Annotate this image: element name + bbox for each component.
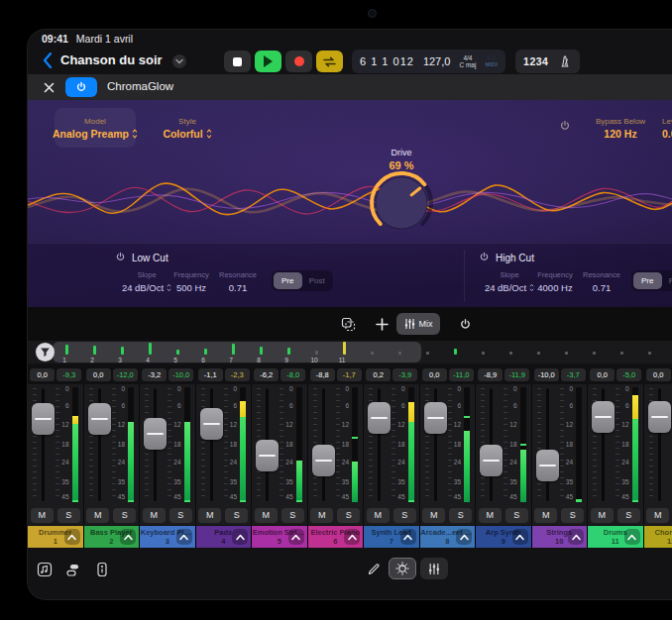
style-selector[interactable]: Style Colorful	[153, 108, 222, 148]
overview-slot[interactable]: 5	[168, 341, 196, 363]
count-in-button[interactable]: 1234	[523, 55, 548, 67]
volume-value[interactable]: 0,0	[590, 368, 615, 381]
volume-value[interactable]: 0,2	[366, 368, 391, 381]
mute-button[interactable]: M	[479, 508, 502, 523]
mix-view-button[interactable]: Mix	[396, 313, 440, 335]
track-name-tile[interactable]: Pads 4	[196, 526, 253, 548]
mute-button[interactable]: M	[86, 508, 109, 523]
overview-slot[interactable]	[474, 341, 502, 363]
post-button[interactable]: Post	[303, 272, 332, 289]
solo-button[interactable]: S	[505, 508, 528, 523]
overview-slot[interactable]: 4	[141, 341, 168, 363]
back-button[interactable]	[38, 51, 57, 70]
mixer-overview-strip[interactable]: 1234567891011	[28, 341, 672, 363]
fader-handle[interactable]	[648, 401, 671, 433]
overview-slot[interactable]	[557, 341, 585, 363]
solo-button[interactable]: S	[561, 508, 584, 523]
metronome-button[interactable]	[558, 54, 572, 68]
mute-button[interactable]: M	[422, 508, 445, 523]
post-button[interactable]: Post	[663, 272, 672, 289]
fader-handle[interactable]	[592, 401, 615, 433]
level-control[interactable]: Level 0.0	[662, 108, 672, 148]
solo-button[interactable]: S	[225, 508, 248, 523]
overview-slot[interactable]	[391, 341, 418, 363]
solo-button[interactable]: S	[449, 508, 472, 523]
mute-button[interactable]: M	[310, 508, 333, 523]
fader-handle[interactable]	[368, 402, 391, 434]
play-button[interactable]	[255, 51, 281, 72]
high-cut-power-icon[interactable]	[479, 252, 490, 262]
mute-button[interactable]: M	[367, 508, 390, 523]
mute-button[interactable]: M	[646, 508, 669, 523]
collapse-chevron-button[interactable]	[344, 529, 360, 545]
overview-slot[interactable]: 6	[196, 341, 224, 363]
overview-slot[interactable]	[613, 341, 640, 363]
mute-button[interactable]: M	[591, 508, 614, 523]
fader-handle[interactable]	[200, 408, 223, 440]
volume-value[interactable]: 0,0	[86, 368, 111, 381]
mute-button[interactable]: M	[143, 508, 166, 523]
collapse-chevron-button[interactable]	[64, 529, 80, 545]
lcd-display[interactable]: 6 1 1 012 127,0 4/4 C maj ▯ ▯ MIDI	[352, 50, 505, 73]
fader-handle[interactable]	[536, 450, 559, 481]
overview-slot[interactable]	[446, 341, 474, 363]
solo-button[interactable]: S	[617, 508, 640, 523]
edit-pencil-button[interactable]	[361, 559, 387, 580]
overview-slot[interactable]	[502, 341, 529, 363]
track-name-tile[interactable]: Arcade...eet Pad 8	[420, 526, 477, 548]
solo-button[interactable]: S	[337, 508, 360, 523]
track-name-tile[interactable]: Synth Lead 7	[364, 526, 420, 548]
solo-button[interactable]: S	[113, 508, 136, 523]
mute-button[interactable]: M	[198, 508, 221, 523]
bypass-below-control[interactable]: Bypass Below 120 Hz	[583, 108, 658, 148]
fader-track[interactable]	[546, 388, 549, 501]
volume-value[interactable]: -6,2	[254, 368, 279, 381]
add-track-button[interactable]	[369, 313, 394, 335]
track-name-tile[interactable]: Electric Piano 6	[308, 526, 365, 548]
collapse-chevron-button[interactable]	[624, 529, 640, 545]
solo-button[interactable]: S	[393, 508, 416, 523]
stop-button[interactable]	[224, 51, 251, 72]
volume-value[interactable]: 0,0	[30, 368, 55, 381]
fader-handle[interactable]	[144, 418, 167, 450]
track-name-tile[interactable]: Drummer 1	[28, 526, 84, 548]
duplicate-button[interactable]	[335, 313, 361, 335]
fader-handle[interactable]	[256, 440, 279, 471]
overview-slot[interactable]: 2	[85, 341, 113, 363]
track-name-tile[interactable]: Arp Synth 9	[476, 526, 532, 548]
overview-slot[interactable]	[529, 341, 557, 363]
overview-slot[interactable]: 9	[280, 341, 307, 363]
pre-button[interactable]: Pre	[274, 272, 302, 289]
low-cut-power-icon[interactable]	[115, 252, 126, 262]
overview-slot[interactable]: 11	[335, 341, 363, 363]
overview-slot[interactable]	[640, 341, 668, 363]
overview-slot[interactable]	[363, 341, 391, 363]
volume-value[interactable]: -10,0	[534, 368, 559, 381]
collapse-chevron-button[interactable]	[568, 529, 584, 545]
solo-button[interactable]: S	[281, 508, 304, 523]
overview-slot[interactable]	[585, 341, 613, 363]
mixer-power-button[interactable]	[452, 313, 478, 335]
track-name-tile[interactable]: Drums 11	[588, 526, 644, 548]
loop-browser-button[interactable]	[32, 559, 57, 580]
volume-value[interactable]: -8,9	[478, 368, 503, 381]
volume-value[interactable]: -8,8	[310, 368, 335, 381]
collapse-chevron-button[interactable]	[400, 529, 416, 545]
low-cut-resonance[interactable]: Resonance 0.71	[210, 270, 266, 293]
mixer-faders-button[interactable]	[420, 558, 448, 579]
fader-handle[interactable]	[424, 402, 447, 434]
plugin-slot-button[interactable]	[89, 559, 115, 580]
smart-controls-button[interactable]	[389, 558, 416, 579]
overview-slot[interactable]: 7	[224, 341, 252, 363]
collapse-chevron-button[interactable]	[512, 529, 528, 545]
overview-slot[interactable]: 1	[57, 341, 85, 363]
filter-icon[interactable]	[36, 343, 55, 362]
plugin-power-button[interactable]	[65, 77, 97, 97]
volume-value[interactable]: 0,0	[422, 368, 447, 381]
close-plugin-button[interactable]	[40, 78, 57, 96]
track-name-tile[interactable]: Chorus V 12	[644, 526, 672, 548]
volume-value[interactable]: 0,0	[646, 368, 671, 381]
volume-value[interactable]: -3,2	[142, 368, 167, 381]
overview-slot[interactable]	[418, 341, 446, 363]
solo-button[interactable]: S	[57, 508, 80, 523]
